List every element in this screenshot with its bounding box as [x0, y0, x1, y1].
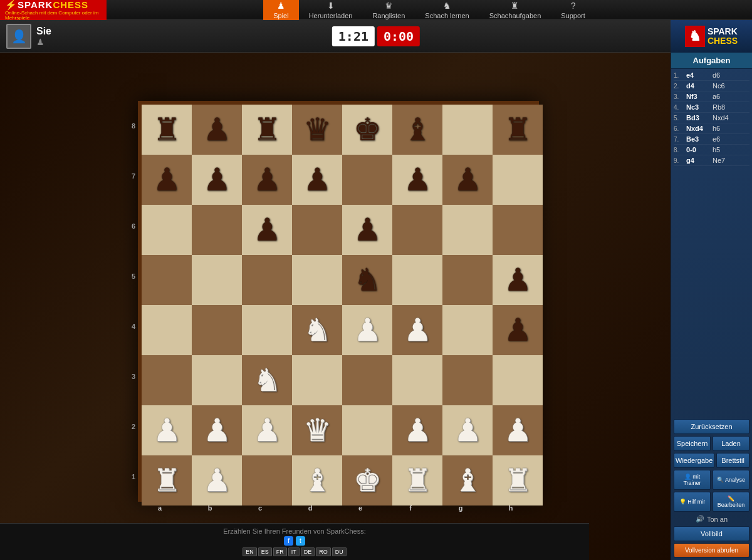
square-b7[interactable]: ♟: [192, 155, 242, 205]
square-b8[interactable]: ♟: [192, 105, 242, 155]
move-white-7[interactable]: Be3: [686, 135, 713, 143]
square-f7[interactable]: ♟: [392, 155, 442, 205]
square-e1[interactable]: ♚: [342, 455, 392, 506]
square-g2[interactable]: ♟: [442, 405, 493, 455]
square-d4[interactable]: ♞: [292, 305, 342, 355]
edit-button[interactable]: ✏️ Bearbeiten: [713, 492, 749, 512]
square-f1[interactable]: ♜: [392, 455, 442, 506]
square-h3[interactable]: [493, 355, 543, 405]
square-g1[interactable]: ♝: [442, 455, 493, 506]
fullversion-button[interactable]: Vollversion abrufen: [674, 543, 749, 557]
flag-en[interactable]: EN: [243, 547, 257, 556]
square-e4[interactable]: ♟: [342, 305, 392, 355]
flag-ro[interactable]: RO: [316, 547, 331, 556]
move-black-6[interactable]: h6: [713, 125, 739, 132]
move-black-8[interactable]: h5: [713, 146, 739, 153]
square-e5[interactable]: ♞: [342, 255, 392, 305]
square-d6[interactable]: [292, 205, 342, 255]
move-white-2[interactable]: d4: [686, 82, 713, 90]
square-c4[interactable]: [242, 305, 292, 355]
nav-tab-support[interactable]: ?Support: [551, 0, 595, 20]
square-e7[interactable]: [342, 155, 392, 205]
square-d8[interactable]: ♛: [292, 105, 342, 155]
square-f4[interactable]: ♟: [392, 305, 442, 355]
move-white-5[interactable]: Bd3: [686, 114, 713, 122]
square-c8[interactable]: ♜: [242, 105, 292, 155]
board-style-button[interactable]: Brettstil: [716, 453, 749, 468]
move-white-6[interactable]: Nxd4: [686, 125, 713, 132]
square-g7[interactable]: ♟: [442, 155, 493, 205]
square-g8[interactable]: [442, 105, 493, 155]
nav-tab-spiel[interactable]: ♟Spiel: [263, 0, 298, 20]
move-white-4[interactable]: Nc3: [686, 103, 713, 111]
square-g6[interactable]: [442, 205, 493, 255]
flag-de[interactable]: DE: [301, 547, 315, 556]
reset-button[interactable]: Zurücksetzen: [674, 419, 749, 434]
square-b3[interactable]: [192, 355, 242, 405]
move-white-1[interactable]: e4: [686, 71, 713, 79]
square-a7[interactable]: ♟: [142, 155, 192, 205]
square-b1[interactable]: ♟: [192, 455, 242, 506]
square-b4[interactable]: [192, 305, 242, 355]
square-a3[interactable]: [142, 355, 192, 405]
square-e3[interactable]: [342, 355, 392, 405]
nav-tab-schach-lernen[interactable]: ♞Schach lernen: [415, 0, 479, 20]
square-c1[interactable]: [242, 455, 292, 506]
load-button[interactable]: Laden: [713, 436, 749, 451]
nav-tab-schachaufgaben[interactable]: ♜Schachaufgaben: [479, 0, 551, 20]
square-a6[interactable]: [142, 205, 192, 255]
replay-button[interactable]: Wiedergabe: [674, 453, 714, 468]
move-black-3[interactable]: a6: [713, 93, 739, 100]
square-g3[interactable]: [442, 355, 493, 405]
square-b6[interactable]: [192, 205, 242, 255]
square-a2[interactable]: ♟: [142, 405, 192, 455]
twitter-button[interactable]: t: [296, 536, 305, 546]
square-g5[interactable]: [442, 255, 493, 305]
flag-du[interactable]: DU: [332, 547, 347, 556]
fullscreen-button[interactable]: Vollbild: [674, 526, 749, 541]
flag-es[interactable]: ES: [258, 547, 272, 556]
square-d1[interactable]: ♝: [292, 455, 342, 506]
square-e2[interactable]: [342, 405, 392, 455]
square-c3[interactable]: ♞: [242, 355, 292, 405]
square-d7[interactable]: ♟: [292, 155, 342, 205]
move-black-7[interactable]: e6: [713, 135, 739, 143]
square-f2[interactable]: ♟: [392, 405, 442, 455]
square-c6[interactable]: ♟: [242, 205, 292, 255]
chess-board[interactable]: ♜♟♜♛♚♝♜♟♟♟♟♟♟♟♟♞♟♞♟♟♟♞♟♟♟♛♟♟♟♜♟♝♚♜♝♜: [138, 101, 539, 502]
square-a5[interactable]: [142, 255, 192, 305]
square-e8[interactable]: ♚: [342, 105, 392, 155]
square-h5[interactable]: ♟: [493, 255, 543, 305]
square-a4[interactable]: [142, 305, 192, 355]
square-b5[interactable]: [192, 255, 242, 305]
move-black-2[interactable]: Nc6: [713, 82, 739, 90]
square-c2[interactable]: ♟: [242, 405, 292, 455]
move-black-4[interactable]: Rb8: [713, 103, 739, 111]
square-f6[interactable]: [392, 205, 442, 255]
square-e6[interactable]: ♟: [342, 205, 392, 255]
square-d2[interactable]: ♛: [292, 405, 342, 455]
flag-it[interactable]: IT: [288, 547, 300, 556]
square-b2[interactable]: ♟: [192, 405, 242, 455]
square-g4[interactable]: [442, 305, 493, 355]
square-f8[interactable]: ♝: [392, 105, 442, 155]
square-h6[interactable]: [493, 205, 543, 255]
square-h1[interactable]: ♜: [493, 455, 543, 506]
square-a1[interactable]: ♜: [142, 455, 192, 506]
facebook-button[interactable]: f: [284, 536, 293, 546]
square-c7[interactable]: ♟: [242, 155, 292, 205]
square-c5[interactable]: [242, 255, 292, 305]
square-d3[interactable]: [292, 355, 342, 405]
move-white-9[interactable]: g4: [686, 157, 713, 164]
save-button[interactable]: Speichern: [674, 436, 711, 451]
square-h4[interactable]: ♟: [493, 305, 543, 355]
square-a8[interactable]: ♜: [142, 105, 192, 155]
square-h7[interactable]: [493, 155, 543, 205]
flag-fr[interactable]: FR: [273, 547, 287, 556]
square-f5[interactable]: [392, 255, 442, 305]
move-white-3[interactable]: Nf3: [686, 93, 713, 100]
square-h8[interactable]: ♜: [493, 105, 543, 155]
move-white-8[interactable]: 0-0: [686, 146, 713, 153]
move-black-1[interactable]: d6: [713, 71, 739, 79]
move-black-5[interactable]: Nxd4: [713, 114, 739, 122]
